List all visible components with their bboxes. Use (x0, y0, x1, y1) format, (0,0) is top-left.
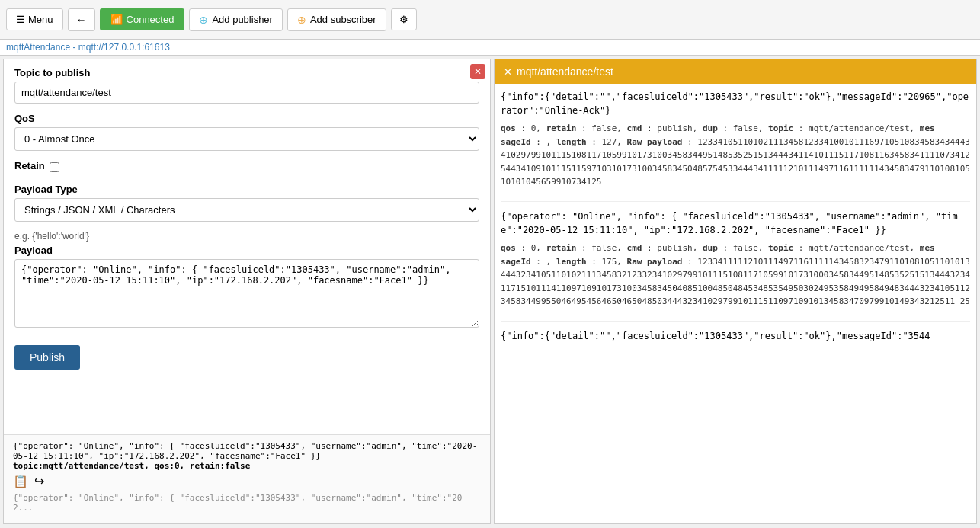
log-entry: {"operator": "Online", "info": { "facesl… (13, 441, 481, 488)
topic-label: Topic to publish (14, 67, 479, 78)
back-button[interactable]: ← (68, 8, 95, 31)
retain-group: Retain (14, 160, 479, 174)
sub-msg-2-meta: qos : 0, retain : false, cmd : publish, … (501, 242, 970, 309)
topic-input[interactable] (14, 82, 479, 104)
topbar: ☰ Menu ← 📶 Connected ⊕ Add publisher ⊕ A… (0, 0, 980, 40)
log-entry-2-text: {"operator": "Online", "info": { "facesl… (13, 493, 481, 513)
sub-msg-1-json: {"info":{"detail":"","facesluiceld":"130… (501, 90, 970, 117)
sub-message-3: {"info":{"detail":"","facesluiceld":"130… (501, 329, 970, 343)
publish-label: Publish (30, 351, 65, 363)
subscriber-close-icon[interactable]: ✕ (504, 66, 512, 78)
menu-button[interactable]: ☰ Menu (6, 8, 63, 30)
publisher-form: Topic to publish QoS 0 - Almost Once Ret… (4, 59, 490, 434)
log-entry-text: {"operator": "Online", "info": { "facesl… (13, 441, 481, 461)
connected-button[interactable]: 📶 Connected (100, 8, 185, 30)
subscriber-topic: mqtt/attendance/test (517, 66, 613, 78)
plus-circle-orange-icon: ⊕ (297, 14, 306, 26)
plus-circle-blue-icon: ⊕ (199, 14, 208, 26)
payload-hint: e.g. {'hello':'world'} (14, 231, 479, 242)
sub-msg-3-json: {"info":{"detail":"","facesluiceld":"130… (501, 329, 970, 343)
connection-info: mqttAttendance - mqtt://127.0.0.1:61613 (6, 42, 170, 53)
settings-button[interactable]: ⚙ (391, 8, 417, 30)
subscriber-panel: ✕ mqtt/attendance/test {"info":{"detail"… (494, 59, 977, 524)
sub-message-2: {"operator": "Online", "info": { "facesl… (501, 210, 970, 309)
signal-icon: 📶 (110, 14, 123, 25)
x-icon: ✕ (474, 66, 482, 77)
add-subscriber-button[interactable]: ⊕ Add subscriber (287, 8, 386, 31)
menu-label: Menu (28, 14, 53, 25)
topic-group: Topic to publish (14, 67, 479, 104)
payload-type-group: Payload Type Strings / JSON / XML / Char… (14, 184, 479, 222)
sub-msg-1-meta: qos : 0, retain : false, cmd : publish, … (501, 122, 970, 189)
subscriber-messages[interactable]: {"info":{"detail":"","facesluiceld":"130… (495, 84, 976, 523)
retain-checkbox[interactable] (50, 162, 59, 172)
payload-type-label: Payload Type (14, 184, 479, 195)
back-icon: ← (76, 14, 87, 26)
retain-label: Retain (14, 160, 45, 171)
message-log: {"operator": "Online", "info": { "facesl… (4, 434, 490, 523)
log-entry-actions: 📋 ↪ (13, 474, 481, 488)
payload-type-select[interactable]: Strings / JSON / XML / Characters (14, 198, 479, 222)
sub-message-1: {"info":{"detail":"","facesluiceld":"130… (501, 90, 970, 189)
add-publisher-label: Add publisher (212, 14, 273, 25)
qos-label: QoS (14, 113, 479, 124)
payload-group: Payload (14, 245, 479, 330)
log-entry-2: {"operator": "Online", "info": { "facesl… (13, 493, 481, 513)
qos-group: QoS 0 - Almost Once (14, 113, 479, 151)
add-publisher-button[interactable]: ⊕ Add publisher (189, 8, 283, 31)
publish-button[interactable]: Publish (14, 345, 80, 370)
divider-2 (501, 321, 970, 322)
copy-icon[interactable]: 📋 (13, 474, 28, 488)
subscriber-header: ✕ mqtt/attendance/test (495, 59, 976, 84)
share-icon[interactable]: ↪ (34, 474, 44, 488)
connection-bar: mqttAttendance - mqtt://127.0.0.1:61613 (0, 40, 980, 56)
payload-label: Payload (14, 245, 479, 256)
publisher-close-button[interactable]: ✕ (470, 64, 485, 79)
main-content: ✕ Topic to publish QoS 0 - Almost Once R… (0, 56, 980, 527)
connected-label: Connected (127, 14, 175, 25)
hamburger-icon: ☰ (16, 14, 25, 25)
publisher-panel: ✕ Topic to publish QoS 0 - Almost Once R… (3, 59, 491, 524)
payload-textarea[interactable] (14, 259, 479, 328)
qos-select[interactable]: 0 - Almost Once (14, 127, 479, 151)
log-entry-meta: topic:mqtt/attendance/test, qos:0, retai… (13, 461, 481, 471)
gear-icon: ⚙ (399, 14, 408, 25)
add-subscriber-label: Add subscriber (310, 14, 376, 25)
sub-msg-2-json: {"operator": "Online", "info": { "facesl… (501, 210, 970, 237)
divider-1 (501, 201, 970, 202)
